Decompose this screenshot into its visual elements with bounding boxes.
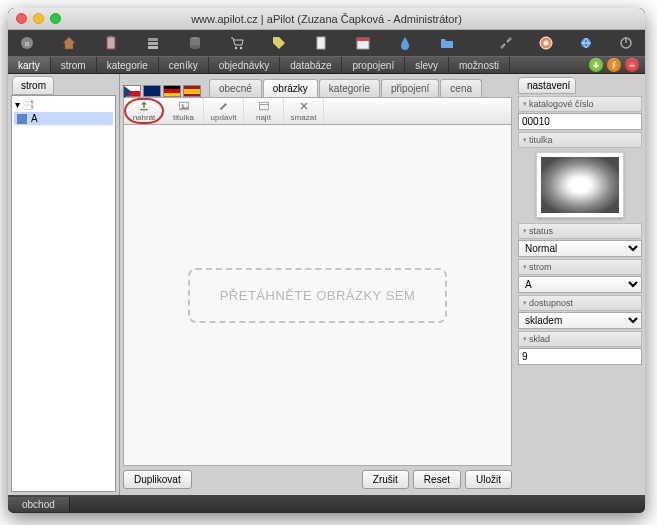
dropzone-label: PŘETÁHNĚTE OBRÁZKY SEM bbox=[188, 268, 448, 323]
katalog-input[interactable] bbox=[518, 113, 642, 130]
help-icon[interactable] bbox=[535, 34, 557, 52]
menubar: karty strom kategorie ceníky objednávky … bbox=[8, 56, 645, 74]
sklad-input[interactable] bbox=[518, 348, 642, 365]
menu-strom[interactable]: strom bbox=[51, 57, 97, 73]
sklad-label: sklad bbox=[518, 331, 642, 347]
menu-moznosti[interactable]: možnosti bbox=[449, 57, 510, 73]
svg-rect-2 bbox=[107, 37, 115, 49]
svg-rect-4 bbox=[148, 38, 158, 41]
flag-de-icon[interactable] bbox=[163, 85, 181, 97]
svg-point-18 bbox=[544, 41, 549, 46]
tree-root[interactable]: ▾📑 bbox=[14, 98, 113, 111]
tools-icon[interactable] bbox=[495, 34, 517, 52]
drop-icon[interactable] bbox=[394, 34, 416, 52]
flag-gb-icon[interactable] bbox=[143, 85, 161, 97]
tab-pripojeni[interactable]: připojení bbox=[381, 79, 439, 97]
status-tab-obchod[interactable]: obchod bbox=[8, 497, 70, 512]
left-tab-strom[interactable]: strom bbox=[12, 76, 54, 95]
menu-kategorie[interactable]: kategorie bbox=[97, 57, 159, 73]
menu-slevy[interactable]: slevy bbox=[405, 57, 449, 73]
stack-icon[interactable] bbox=[142, 34, 164, 52]
svg-point-9 bbox=[190, 45, 200, 49]
document-icon[interactable] bbox=[310, 34, 332, 52]
upload-button[interactable]: nahrát bbox=[124, 98, 164, 124]
menu-ceniky[interactable]: ceníky bbox=[159, 57, 209, 73]
cart-icon[interactable] bbox=[226, 34, 248, 52]
title-thumbnail[interactable] bbox=[536, 152, 624, 218]
svg-point-16 bbox=[509, 38, 512, 41]
menu-databaze[interactable]: databáze bbox=[280, 57, 342, 73]
remove-button[interactable]: – bbox=[625, 58, 639, 72]
find-button[interactable]: najít bbox=[244, 98, 284, 124]
svg-text:a: a bbox=[25, 39, 30, 48]
flag-cz-icon[interactable] bbox=[123, 85, 141, 97]
right-panel: nastavení katalogové číslo titulka statu… bbox=[515, 74, 645, 495]
dostupnost-select[interactable]: skladem bbox=[518, 312, 642, 329]
folder-icon[interactable] bbox=[436, 34, 458, 52]
flag-es-icon[interactable] bbox=[183, 85, 201, 97]
tree-item-a[interactable]: A bbox=[14, 112, 113, 125]
menu-propojeni[interactable]: propojení bbox=[342, 57, 405, 73]
globe-icon[interactable] bbox=[575, 34, 597, 52]
statusbar: obchod bbox=[8, 495, 645, 513]
app-icon[interactable]: a bbox=[16, 34, 38, 52]
tab-obrazky[interactable]: obrázky bbox=[263, 79, 318, 97]
titulka-label: titulka bbox=[518, 132, 642, 148]
svg-rect-12 bbox=[317, 37, 325, 49]
window-title: www.apilot.cz | aPilot (Zuzana Čapková -… bbox=[16, 13, 637, 25]
menu-karty[interactable]: karty bbox=[8, 57, 51, 73]
power-icon[interactable] bbox=[615, 34, 637, 52]
edit-button[interactable]: updavit bbox=[204, 98, 244, 124]
svg-rect-14 bbox=[357, 38, 369, 41]
dostupnost-label: dostupnost bbox=[518, 295, 642, 311]
tab-obecne[interactable]: obecné bbox=[209, 79, 262, 97]
main-panel: obecné obrázky kategorie připojení cena … bbox=[120, 74, 515, 495]
save-button[interactable]: Uložit bbox=[465, 470, 512, 489]
svg-rect-3 bbox=[109, 36, 113, 38]
minimize-window-button[interactable] bbox=[33, 13, 44, 24]
svg-point-11 bbox=[240, 47, 242, 49]
left-panel: strom ▾📑 A bbox=[8, 74, 120, 495]
add-button[interactable]: + bbox=[589, 58, 603, 72]
image-dropzone-area[interactable]: PŘETÁHNĚTE OBRÁZKY SEM bbox=[123, 125, 512, 466]
katalog-label: katalogové číslo bbox=[518, 96, 642, 112]
home-icon[interactable] bbox=[58, 34, 80, 52]
svg-rect-22 bbox=[140, 109, 148, 111]
main-toolbar: a bbox=[8, 30, 645, 56]
image-toolbar: nahrát titulka updavit najít smazat bbox=[123, 97, 512, 125]
delete-button[interactable]: smazat bbox=[284, 98, 324, 124]
cancel-button[interactable]: Zrušit bbox=[362, 470, 409, 489]
svg-rect-25 bbox=[259, 102, 268, 110]
reset-button[interactable]: Reset bbox=[413, 470, 461, 489]
svg-point-24 bbox=[181, 104, 183, 106]
menu-objednavky[interactable]: objednávky bbox=[209, 57, 281, 73]
database-icon[interactable] bbox=[184, 34, 206, 52]
titulka-button[interactable]: titulka bbox=[164, 98, 204, 124]
warn-button[interactable]: / bbox=[607, 58, 621, 72]
calendar-icon[interactable] bbox=[352, 34, 374, 52]
close-window-button[interactable] bbox=[16, 13, 27, 24]
svg-rect-6 bbox=[148, 46, 158, 49]
duplicate-button[interactable]: Duplikovat bbox=[123, 470, 192, 489]
tree-view[interactable]: ▾📑 A bbox=[11, 95, 116, 492]
tab-cena[interactable]: cena bbox=[440, 79, 482, 97]
strom-label: strom bbox=[518, 259, 642, 275]
zoom-window-button[interactable] bbox=[50, 13, 61, 24]
svg-point-10 bbox=[235, 47, 237, 49]
tab-kategorie[interactable]: kategorie bbox=[319, 79, 380, 97]
status-select[interactable]: Normal bbox=[518, 240, 642, 257]
svg-rect-5 bbox=[148, 42, 158, 45]
svg-point-15 bbox=[501, 46, 504, 49]
status-label: status bbox=[518, 223, 642, 239]
strom-select[interactable]: A bbox=[518, 276, 642, 293]
clipboard-icon[interactable] bbox=[100, 34, 122, 52]
tag-icon[interactable] bbox=[268, 34, 290, 52]
right-tab-nastaveni[interactable]: nastavení bbox=[518, 77, 576, 94]
titlebar: www.apilot.cz | aPilot (Zuzana Čapková -… bbox=[8, 8, 645, 30]
